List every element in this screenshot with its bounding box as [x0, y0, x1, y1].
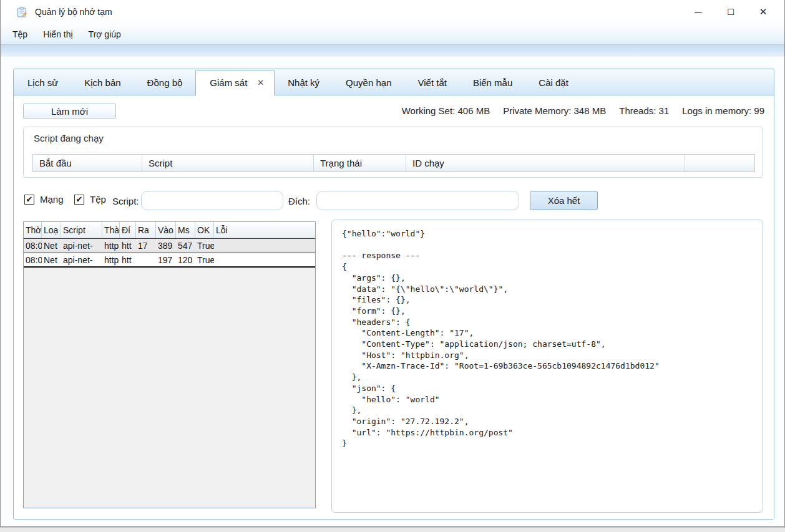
network-check-icon[interactable]: ✔ — [24, 195, 34, 205]
menu-file[interactable]: Tệp — [7, 26, 33, 43]
script-filter-input[interactable] — [141, 191, 283, 210]
log-cell — [214, 239, 315, 253]
script-filter-label: Script: — [112, 196, 139, 206]
log-cell: http — [102, 239, 120, 253]
tab-logs[interactable]: Nhật ký — [275, 71, 333, 95]
tab-scripts[interactable]: Kịch bản — [71, 71, 134, 95]
log-col-ok[interactable]: OK — [195, 222, 214, 238]
tab-strip: Lịch sử Kịch bản Đồng bộ Giám sát ✕ Nhật… — [14, 69, 774, 95]
tab-control: Lịch sử Kịch bản Đồng bộ Giám sát ✕ Nhật… — [13, 69, 774, 520]
close-button[interactable]: ✕ — [747, 2, 779, 22]
log-cell: 08:0 — [24, 253, 42, 266]
stat-working-set: Working Set: 406 MB — [402, 105, 490, 116]
network-checkbox-label: Mạng — [40, 194, 64, 205]
tab-templates[interactable]: Biến mẫu — [460, 71, 525, 95]
network-checkbox[interactable]: ✔ Mạng — [24, 194, 64, 205]
log-col-time[interactable]: Thờ — [24, 222, 42, 238]
log-cell — [214, 253, 315, 266]
log-table[interactable]: Thờ Loạ Script Thà Đí Ra Vào Ms OK Lỗi 0… — [23, 221, 316, 508]
log-cell: 197 — [156, 253, 176, 266]
window-controls: — ☐ ✕ — [682, 0, 779, 24]
desktop-strip — [0, 527, 785, 532]
log-cell: Net — [42, 253, 61, 266]
log-col-error[interactable]: Lỗi — [214, 222, 315, 238]
menubar: Tệp Hiển thị Trợ giúp — [1, 24, 784, 44]
log-col-ms[interactable]: Ms — [176, 222, 195, 238]
app-window: Quản lý bộ nhớ tạm — ☐ ✕ Tệp Hiển thị Tr… — [0, 0, 785, 527]
file-checkbox-label: Tệp — [90, 194, 106, 205]
log-cell: 547 — [176, 239, 195, 253]
log-col-type[interactable]: Loạ — [42, 222, 61, 238]
log-col-action[interactable]: Thà — [102, 222, 120, 238]
log-cell: Net — [42, 239, 61, 253]
log-table-header: Thờ Loạ Script Thà Đí Ra Vào Ms OK Lỗi — [24, 222, 315, 239]
log-cell: htt — [120, 253, 136, 266]
file-checkbox[interactable]: ✔ Tệp — [74, 194, 106, 205]
log-cell: 120 — [176, 253, 195, 266]
file-check-icon[interactable]: ✔ — [74, 195, 84, 205]
log-cell: 08:0 — [24, 239, 42, 253]
filter-row: ✔ Mạng ✔ Tệp Script: Đích: Xóa hết — [14, 191, 774, 211]
menu-view[interactable]: Hiển thị — [37, 26, 78, 43]
dest-filter-label: Đích: — [288, 196, 310, 206]
log-cell: http — [102, 253, 120, 266]
window-title: Quản lý bộ nhớ tạm — [35, 7, 112, 17]
tab-permissions[interactable]: Quyền hạn — [333, 71, 404, 95]
minimize-button[interactable]: — — [682, 2, 714, 22]
tab-monitor-label: Giám sát — [210, 77, 247, 88]
stat-threads: Threads: 31 — [619, 105, 669, 116]
log-cell: api-net- — [61, 253, 102, 266]
content-area: Lịch sử Kịch bản Đồng bộ Giám sát ✕ Nhật… — [1, 57, 784, 526]
detail-response-text: {"hello":"world"} --- response --- { "ar… — [342, 228, 753, 449]
log-cell — [136, 253, 156, 266]
log-row-1[interactable]: 08:0 Net api-net- http htt 17 389 547 Tr… — [24, 239, 315, 253]
stat-private-memory: Private Memory: 348 MB — [503, 105, 606, 116]
maximize-button[interactable]: ☐ — [714, 2, 747, 22]
log-cell: True — [195, 239, 214, 253]
log-cell: True — [195, 253, 214, 266]
log-cell: 17 — [136, 239, 156, 253]
running-scripts-title: Script đang chạy — [34, 133, 104, 143]
log-col-script[interactable]: Script — [61, 222, 102, 238]
col-header-script[interactable]: Script — [142, 155, 314, 172]
menu-help[interactable]: Trợ giúp — [83, 26, 127, 43]
log-row-2[interactable]: 08:0 Net api-net- http htt 197 120 True — [24, 253, 315, 268]
col-header-status[interactable]: Trạng thái — [314, 155, 406, 172]
tab-monitor[interactable]: Giám sát ✕ — [195, 70, 275, 95]
col-header-start[interactable]: Bắt đầu — [33, 155, 142, 172]
log-cell: 389 — [156, 239, 176, 253]
memory-stats: Working Set: 406 MB Private Memory: 348 … — [402, 105, 764, 116]
running-scripts-header: Bắt đầu Script Trạng thái ID chạy — [32, 154, 755, 172]
detail-response-panel[interactable]: {"hello":"world"} --- response --- { "ar… — [331, 220, 763, 513]
col-header-run-id[interactable]: ID chạy — [406, 155, 685, 172]
monitor-tab-page: Làm mới Working Set: 406 MB Private Memo… — [14, 95, 774, 519]
log-col-out[interactable]: Ra — [136, 222, 156, 238]
toolbar-band — [1, 44, 784, 57]
log-col-dest[interactable]: Đí — [120, 222, 136, 238]
col-header-empty — [685, 155, 754, 172]
clear-all-button[interactable]: Xóa hết — [530, 191, 598, 210]
stat-logs-in-memory: Logs in memory: 99 — [682, 105, 764, 116]
tab-shortcuts[interactable]: Viết tắt — [405, 71, 460, 95]
dest-filter-input[interactable] — [316, 191, 519, 210]
tab-close-icon[interactable]: ✕ — [257, 79, 264, 87]
log-cell: htt — [120, 239, 136, 253]
refresh-button[interactable]: Làm mới — [23, 104, 116, 118]
log-cell: api-net- — [61, 239, 102, 253]
clipboard-app-icon — [17, 7, 27, 17]
tab-history[interactable]: Lịch sử — [14, 71, 71, 95]
titlebar: Quản lý bộ nhớ tạm — ☐ ✕ — [1, 0, 784, 24]
log-col-in[interactable]: Vào — [156, 222, 176, 238]
tab-sync[interactable]: Đồng bộ — [134, 71, 196, 95]
running-scripts-groupbox: Script đang chạy Bắt đầu Script Trạng th… — [23, 127, 763, 178]
tab-settings[interactable]: Cài đặt — [525, 71, 582, 95]
